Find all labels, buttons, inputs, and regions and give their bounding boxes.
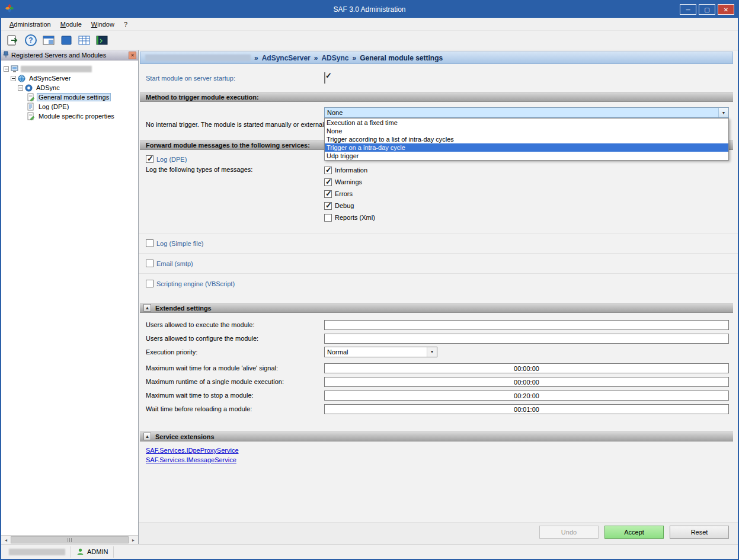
reload-wait-input[interactable] bbox=[324, 404, 729, 414]
errors-checkbox[interactable] bbox=[324, 190, 332, 198]
reset-button[interactable]: Reset bbox=[670, 526, 729, 539]
tree-node-server[interactable] bbox=[1, 64, 138, 73]
max-runtime-label: Maximum runtime of a single module execu… bbox=[139, 378, 324, 385]
log-simple-file-checkbox[interactable] bbox=[146, 239, 153, 247]
extended-settings-rows: Users allowed to execute the module: Use… bbox=[139, 313, 738, 416]
dropdown-option-intraday-list[interactable]: Trigger according to a list of intra-day… bbox=[325, 135, 728, 143]
admin-user-icon bbox=[76, 548, 84, 556]
max-stop-wait-input[interactable] bbox=[324, 391, 729, 401]
collapse-icon[interactable]: ▴ bbox=[143, 304, 151, 312]
collapse-expander-icon[interactable] bbox=[4, 66, 9, 72]
service-log-simple-file-row: Log (Simple file) bbox=[139, 233, 738, 253]
servers-panel-header: Registered Servers and Modules ✕ bbox=[1, 50, 138, 60]
panel-close-icon[interactable]: ✕ bbox=[129, 52, 136, 59]
idpe-proxy-service-link[interactable]: SAF.Services.IDpeProxyService bbox=[146, 447, 738, 454]
console-icon[interactable] bbox=[94, 33, 110, 49]
breadcrumb-current-page: General module settings bbox=[360, 54, 443, 62]
section-title: Service extensions bbox=[155, 433, 215, 440]
page-log-icon bbox=[27, 103, 35, 111]
tree-node-module-specific-properties[interactable]: Module specific properties bbox=[1, 111, 138, 121]
close-button[interactable]: ✕ bbox=[718, 4, 734, 15]
dropdown-option-intraday-cycle[interactable]: Trigger on a intra-day cycle bbox=[325, 143, 728, 152]
warnings-checkbox[interactable] bbox=[324, 178, 332, 186]
log-dpe-checkbox[interactable] bbox=[146, 155, 153, 163]
help-icon[interactable]: ? bbox=[23, 33, 39, 49]
dropdown-option-none[interactable]: None bbox=[325, 127, 728, 135]
email-smtp-checkbox[interactable] bbox=[146, 260, 153, 267]
chevron-down-icon[interactable]: ▾ bbox=[427, 347, 437, 357]
startup-row: Start module on server startup: bbox=[139, 64, 738, 92]
service-email-smtp-row: Email (smtp) bbox=[139, 253, 738, 273]
breadcrumb-separator: » bbox=[254, 54, 258, 62]
startup-label: Start module on server startup: bbox=[139, 75, 324, 82]
title-bar[interactable]: SAF 3.0 Administration ─ ▢ ✕ bbox=[1, 1, 738, 18]
maximize-button[interactable]: ▢ bbox=[699, 4, 715, 15]
trigger-row: No internal trigger. The module is start… bbox=[139, 102, 738, 140]
execution-priority-select[interactable]: Normal ▾ bbox=[324, 347, 437, 357]
menu-module[interactable]: Module bbox=[56, 19, 87, 30]
pin-icon[interactable] bbox=[3, 51, 9, 59]
section-header-extended-settings: ▴ Extended settings bbox=[140, 303, 733, 313]
warnings-label: Warnings bbox=[335, 178, 362, 185]
reports-xml-checkbox[interactable] bbox=[324, 214, 332, 222]
reports-xml-label: Reports (Xml) bbox=[335, 214, 375, 221]
status-user-name: ADMIN bbox=[87, 548, 108, 555]
connect-server-icon[interactable] bbox=[5, 33, 21, 49]
execution-priority-label: Execution priority: bbox=[139, 348, 324, 356]
trigger-combobox[interactable]: None ▾ bbox=[324, 107, 729, 118]
tree-node-general-module-settings[interactable]: General module settings bbox=[1, 92, 138, 102]
breadcrumb-separator: » bbox=[352, 54, 356, 62]
dropdown-option-udp[interactable]: Udp trigger bbox=[325, 152, 728, 160]
users-execute-input[interactable] bbox=[324, 320, 729, 330]
max-runtime-input[interactable] bbox=[324, 377, 729, 387]
max-stop-wait-row: Maximum wait time to stop a module: bbox=[139, 389, 738, 402]
module-windows-icon[interactable] bbox=[40, 33, 56, 49]
breadcrumb: » AdSyncServer » ADSync » General module… bbox=[140, 52, 733, 64]
data-grid-icon[interactable] bbox=[76, 33, 92, 49]
horizontal-scrollbar[interactable]: ◂ ▸ bbox=[1, 535, 138, 544]
scroll-right-icon[interactable]: ▸ bbox=[129, 536, 138, 544]
breadcrumb-adsyncserver[interactable]: AdSyncServer bbox=[262, 54, 311, 62]
log-dpe-label: Log (DPE) bbox=[156, 156, 187, 163]
tree-node-label: AdSyncServer bbox=[27, 74, 72, 82]
breadcrumb-separator: » bbox=[314, 54, 318, 62]
panel-icon[interactable] bbox=[58, 33, 74, 49]
max-stop-wait-label: Maximum wait time to stop a module: bbox=[139, 392, 324, 399]
chevron-down-icon[interactable]: ▾ bbox=[718, 108, 728, 117]
scroll-left-icon[interactable]: ◂ bbox=[1, 536, 11, 544]
execution-priority-row: Execution priority: Normal ▾ bbox=[139, 345, 738, 359]
menu-help[interactable]: ? bbox=[119, 19, 132, 30]
menu-window[interactable]: Window bbox=[87, 19, 119, 30]
information-checkbox[interactable] bbox=[324, 167, 332, 174]
section-title: Method to trigger module execution: bbox=[146, 94, 259, 101]
scripting-engine-label: Scripting engine (VBScript) bbox=[156, 280, 235, 287]
dropdown-option-fixed-time[interactable]: Execution at a fixed time bbox=[325, 119, 728, 127]
errors-label: Errors bbox=[335, 190, 353, 197]
collapse-expander-icon[interactable] bbox=[11, 76, 16, 81]
collapse-icon[interactable]: ▴ bbox=[143, 433, 151, 440]
section-title: Extended settings bbox=[155, 305, 212, 312]
tree-node-adsync[interactable]: ADSync bbox=[1, 83, 138, 92]
accept-button[interactable]: Accept bbox=[604, 526, 664, 539]
settings-pane: » AdSyncServer » ADSync » General module… bbox=[139, 50, 738, 544]
tree-node-log-dpe[interactable]: Log (DPE) bbox=[1, 102, 138, 111]
startup-checkbox[interactable] bbox=[324, 72, 325, 84]
debug-label: Debug bbox=[335, 202, 354, 209]
users-configure-input[interactable] bbox=[324, 334, 729, 344]
section-title: Forward module messages to the following… bbox=[146, 142, 310, 149]
undo-button: Undo bbox=[539, 526, 599, 539]
alive-signal-input[interactable] bbox=[324, 363, 729, 373]
imessage-service-link[interactable]: SAF.Services.IMessageService bbox=[146, 456, 738, 463]
breadcrumb-adsync[interactable]: ADSync bbox=[321, 54, 348, 62]
debug-checkbox[interactable] bbox=[324, 202, 332, 210]
servers-panel-title: Registered Servers and Modules bbox=[11, 52, 126, 59]
collapse-expander-icon[interactable] bbox=[18, 85, 23, 91]
scripting-engine-checkbox[interactable] bbox=[146, 280, 153, 287]
scrollbar-thumb[interactable] bbox=[11, 536, 129, 543]
users-configure-label: Users allowed to configure the module: bbox=[139, 335, 324, 342]
menu-administration[interactable]: Administration bbox=[5, 19, 56, 30]
minimize-button[interactable]: ─ bbox=[680, 4, 696, 15]
tree-node-adsyncserver[interactable]: AdSyncServer bbox=[1, 73, 138, 83]
service-scripting-engine-row: Scripting engine (VBScript) bbox=[139, 273, 738, 293]
redacted-server-name bbox=[21, 66, 92, 72]
